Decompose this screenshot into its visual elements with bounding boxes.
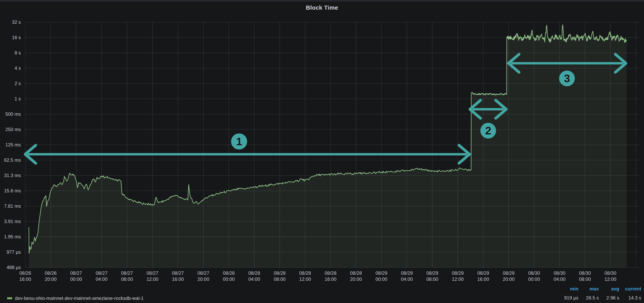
x-axis-tick-label: 08/27 16:00 bbox=[164, 270, 192, 282]
x-axis-tick-label: 08/27 00:00 bbox=[62, 270, 90, 282]
x-axis-tick-label: 08/27 20:00 bbox=[190, 270, 217, 282]
y-axis-tick-label: 16 s bbox=[0, 35, 21, 40]
y-axis-tick-label: 500 ms bbox=[0, 112, 21, 117]
y-axis-tick-label: 32 s bbox=[0, 20, 21, 25]
x-axis-tick-label: 08/30 00:00 bbox=[520, 270, 548, 282]
annotation-arrow-1 bbox=[25, 145, 470, 163]
x-axis-tick-label: 08/28 16:00 bbox=[317, 270, 344, 282]
y-axis-tick-label: 250 ms bbox=[0, 127, 21, 132]
x-axis-tick-label: 08/28 04:00 bbox=[240, 270, 268, 282]
x-axis-tick-label: 08/29 08:00 bbox=[419, 270, 446, 282]
annotation-number-3: 3 bbox=[559, 70, 575, 86]
stat-value-current: 14.3 s bbox=[619, 295, 641, 301]
y-axis-tick-label: 3.91 ms bbox=[0, 219, 21, 224]
x-axis-tick-label: 08/26 16:00 bbox=[12, 270, 39, 282]
x-axis-tick-label: 08/29 04:00 bbox=[393, 270, 420, 282]
x-axis-tick-label: 08/29 20:00 bbox=[495, 270, 522, 282]
x-axis-tick-label: 08/27 12:00 bbox=[139, 270, 166, 282]
stat-value-max: 28.5 s bbox=[578, 295, 599, 301]
stat-header-min[interactable]: min bbox=[555, 286, 578, 292]
chart-canvas[interactable]: 123 bbox=[0, 2, 644, 303]
x-axis-tick-label: 08/30 08:00 bbox=[571, 270, 599, 282]
x-axis-tick-label: 08/26 20:00 bbox=[37, 270, 64, 282]
svg-text:2: 2 bbox=[485, 124, 491, 137]
legend-series-name[interactable]: dev-besu-ohio-mainnet-dev-mainnet-amezia… bbox=[15, 296, 144, 301]
stat-value-min: 919 µs bbox=[555, 295, 578, 301]
x-axis-tick-label: 08/29 00:00 bbox=[368, 270, 395, 282]
y-axis-tick-label: 15.6 ms bbox=[0, 188, 21, 194]
x-axis-tick-label: 08/30 12:00 bbox=[597, 270, 624, 282]
legend-row: dev-besu-ohio-mainnet-dev-mainnet-amezia… bbox=[7, 296, 144, 301]
x-axis-tick-label: 08/29 16:00 bbox=[470, 270, 497, 282]
y-axis-tick-label: 2 s bbox=[0, 81, 21, 86]
y-axis-tick-label: 488 µs bbox=[0, 265, 21, 270]
x-axis-tick-label: 08/27 04:00 bbox=[88, 270, 115, 282]
y-axis-tick-label: 7.81 ms bbox=[0, 204, 21, 209]
y-axis-tick-label: 125 ms bbox=[0, 142, 21, 148]
x-axis-tick-label: 08/28 20:00 bbox=[342, 270, 370, 282]
stat-header-current[interactable]: current bbox=[619, 286, 641, 292]
x-axis-tick-label: 08/27 08:00 bbox=[113, 270, 141, 282]
window-top-strip bbox=[0, 0, 644, 2]
y-axis-tick-label: 1 s bbox=[0, 96, 21, 102]
x-axis-tick-label: 08/28 08:00 bbox=[266, 270, 294, 282]
legend-stat-values: 919 µs28.5 s2.96 s14.3 s bbox=[555, 295, 641, 301]
x-axis-tick-label: 08/30 04:00 bbox=[546, 270, 573, 282]
stat-header-max[interactable]: max bbox=[578, 286, 599, 292]
x-axis-tick-label: 08/28 00:00 bbox=[215, 270, 243, 282]
svg-text:1: 1 bbox=[236, 135, 242, 148]
stat-header-avg[interactable]: avg bbox=[599, 286, 619, 292]
annotation-number-2: 2 bbox=[480, 123, 496, 138]
legend-stat-headers: minmaxavgcurrent bbox=[555, 286, 641, 292]
y-axis-tick-label: 8 s bbox=[0, 50, 21, 56]
y-axis-tick-label: 62.5 ms bbox=[0, 158, 21, 163]
series-fill bbox=[29, 25, 627, 268]
annotation-number-1: 1 bbox=[231, 134, 247, 150]
stat-value-avg: 2.96 s bbox=[599, 295, 619, 301]
legend-series-swatch[interactable] bbox=[7, 297, 12, 299]
y-axis-tick-label: 4 s bbox=[0, 66, 21, 71]
y-axis-tick-label: 977 µs bbox=[0, 249, 21, 255]
svg-text:3: 3 bbox=[564, 72, 570, 84]
y-axis-tick-label: 31.3 ms bbox=[0, 173, 21, 178]
graph-panel: Block Time 123 32 s16 s8 s4 s2 s1 s500 m… bbox=[0, 2, 644, 303]
x-axis-tick-label: 08/28 12:00 bbox=[291, 270, 319, 282]
x-axis-tick-label: 08/29 12:00 bbox=[444, 270, 472, 282]
y-axis-tick-label: 1.95 ms bbox=[0, 234, 21, 240]
